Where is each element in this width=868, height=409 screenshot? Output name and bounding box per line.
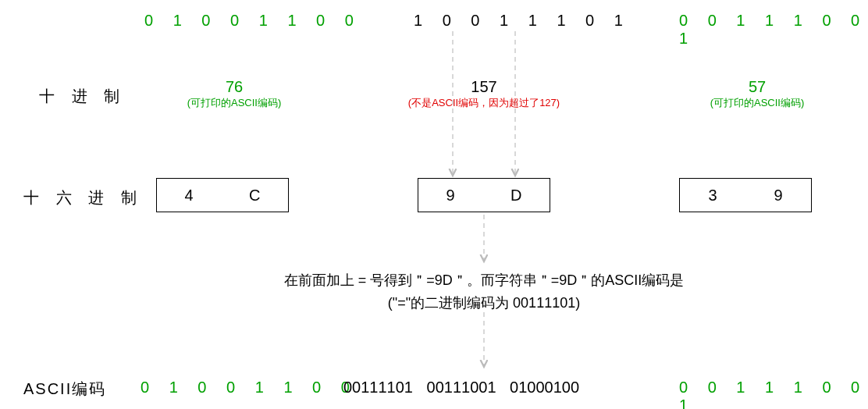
binary-byte-2: 1 0 0 1 1 1 0 1 xyxy=(414,12,631,30)
hex-digit-1b: C xyxy=(249,187,260,204)
decimal-note-1: (可打印的ASCII编码) xyxy=(156,96,312,110)
binary-byte-3: 0 0 1 1 1 0 0 1 xyxy=(679,12,868,48)
decimal-label: 十 进 制 xyxy=(39,86,126,107)
decimal-value-1: 76 xyxy=(156,78,312,96)
decimal-value-2: 157 xyxy=(382,78,585,96)
hex-digit-1a: 4 xyxy=(185,187,194,204)
hex-digit-3b: 9 xyxy=(774,187,782,204)
decimal-value-3: 57 xyxy=(679,78,835,96)
binary-byte-1: 0 1 0 0 1 1 0 0 xyxy=(144,12,361,30)
ascii-byte-1: 0 1 0 0 1 1 0 0 xyxy=(141,379,358,397)
decimal-note-2: (不是ASCII编码，因为超过了127) xyxy=(382,96,585,110)
ascii-byte-3: 0 0 1 1 1 0 0 1 xyxy=(679,379,868,409)
hex-box-2: 9 D xyxy=(418,178,550,212)
explanation-line-2: ("="的二进制编码为 00111101) xyxy=(219,292,749,315)
hex-box-1: 4 C xyxy=(156,178,289,212)
hex-label: 十 六 进 制 xyxy=(23,187,143,208)
hex-box-3: 3 9 xyxy=(679,178,812,212)
ascii-byte-middle: 00111101 00111001 01000100 xyxy=(343,379,579,397)
ascii-label: ASCII编码 xyxy=(23,379,106,400)
decimal-col-1: 76 (可打印的ASCII编码) xyxy=(156,78,312,110)
decimal-col-3: 57 (可打印的ASCII编码) xyxy=(679,78,835,110)
decimal-note-3: (可打印的ASCII编码) xyxy=(679,96,835,110)
hex-digit-2b: D xyxy=(510,187,521,204)
hex-digit-2a: 9 xyxy=(446,187,455,204)
explanation-block: 在前面加上 = 号得到＂=9D＂。而字符串＂=9D＂的ASCII编码是 ("="… xyxy=(219,269,749,315)
hex-digit-3a: 3 xyxy=(708,187,717,204)
decimal-col-2: 157 (不是ASCII编码，因为超过了127) xyxy=(382,78,585,110)
explanation-line-1: 在前面加上 = 号得到＂=9D＂。而字符串＂=9D＂的ASCII编码是 xyxy=(219,269,749,292)
